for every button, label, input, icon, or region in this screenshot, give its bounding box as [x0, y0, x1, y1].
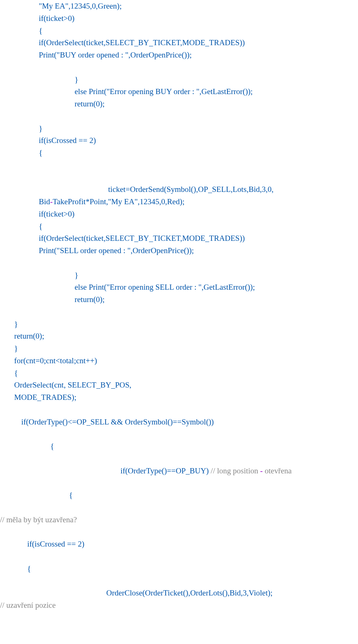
code-line: MODE_TRADES); [0, 391, 358, 404]
code-token [0, 258, 2, 267]
code-token: if(OrderType()<=OP_SELL && OrderSymbol()… [21, 417, 214, 426]
code-token: else Print("Error opening BUY order : ",… [75, 87, 253, 96]
code-token: { [69, 491, 73, 500]
code-line: } [0, 269, 358, 281]
code-document: "My EA",12345,0,Green);if(ticket>0){if(O… [0, 0, 358, 612]
code-token [0, 307, 2, 316]
code-line [0, 110, 358, 122]
code-token: TakeProfit*Point,"My EA",12345,0,Red); [53, 197, 184, 206]
code-line: { [0, 563, 358, 575]
code-line: if(ticket>0) [0, 12, 358, 25]
code-line: { [0, 147, 358, 159]
code-token: if(isCrossed == 2) [39, 136, 96, 145]
code-token: otevřena [265, 466, 292, 475]
code-line: if(OrderType()<=OP_SELL && OrderSymbol()… [0, 416, 358, 428]
code-line [0, 159, 358, 171]
code-line: } [0, 122, 358, 135]
code-line: if(isCrossed == 2) [0, 538, 358, 550]
code-token: if(isCrossed == 2) [27, 539, 84, 548]
code-line: return(0); [0, 98, 358, 110]
code-line: } [0, 74, 358, 86]
code-token [0, 405, 2, 414]
code-line: ticket=OrderSend(Symbol(),OP_SELL,Lots,B… [0, 183, 358, 196]
code-line [0, 306, 358, 318]
code-block: "My EA",12345,0,Green);if(ticket>0){if(O… [0, 0, 358, 612]
code-token: if(ticket>0) [39, 14, 75, 23]
code-token: if(ticket>0) [39, 209, 75, 218]
code-token: return(0); [14, 332, 44, 340]
code-token: if(OrderType()==OP_BUY) [120, 466, 209, 475]
code-token: } [14, 320, 18, 329]
code-token: { [27, 564, 31, 573]
code-token: // uzavření pozice [0, 601, 56, 610]
code-line: if(OrderSelect(ticket,SELECT_BY_TICKET,M… [0, 232, 358, 245]
code-token: // long position [209, 466, 260, 475]
code-token: "My EA",12345,0,Green); [39, 1, 122, 10]
code-token: { [14, 368, 18, 377]
code-line: else Print("Error opening BUY order : ",… [0, 85, 358, 98]
code-line [0, 428, 358, 440]
code-token: Print("BUY order opened : ",OrderOpenPri… [39, 50, 192, 59]
code-token [0, 478, 2, 487]
code-token [0, 527, 2, 536]
code-line: { [0, 440, 358, 452]
code-token [0, 63, 2, 72]
code-line [0, 61, 358, 74]
code-token: } [75, 75, 78, 84]
code-line [0, 171, 358, 184]
code-token [0, 173, 2, 182]
code-line: Bid-TakeProfit*Point,"My EA",12345,0,Red… [0, 196, 358, 208]
code-line [0, 501, 358, 514]
code-line: OrderSelect(cnt, SELECT_BY_POS, [0, 379, 358, 391]
code-line: if(OrderSelect(ticket,SELECT_BY_TICKET,M… [0, 37, 358, 49]
code-line [0, 526, 358, 538]
code-token [0, 503, 2, 512]
code-token: } [75, 271, 78, 280]
code-line: OrderClose(OrderTicket(),OrderLots(),Bid… [0, 587, 358, 599]
code-token [0, 454, 2, 463]
code-line: for(cnt=0;cnt<total;cnt++) [0, 355, 358, 367]
code-line [0, 477, 358, 489]
code-token [0, 429, 2, 438]
code-line: else Print("Error opening SELL order : "… [0, 281, 358, 293]
code-token: else Print("Error opening SELL order : "… [75, 283, 255, 292]
code-token: { [50, 442, 54, 451]
code-token [0, 552, 2, 561]
code-line: } [0, 342, 358, 355]
code-line [0, 550, 358, 563]
code-line [0, 257, 358, 269]
code-token: // měla by být uzavřena? [0, 515, 77, 524]
code-token: { [39, 222, 43, 231]
code-token: { [39, 148, 43, 157]
code-token: OrderClose(OrderTicket(),OrderLots(),Bid… [106, 588, 273, 597]
code-token [0, 576, 2, 585]
code-line [0, 575, 358, 587]
code-token: for(cnt=0;cnt<total;cnt++) [14, 356, 97, 365]
code-line: return(0); [0, 330, 358, 342]
code-line: } [0, 318, 358, 330]
code-line [0, 404, 358, 416]
code-token: } [39, 124, 43, 133]
code-token: return(0); [75, 99, 104, 108]
code-token: } [14, 344, 18, 353]
code-token: MODE_TRADES); [14, 393, 76, 402]
code-line: Print("BUY order opened : ",OrderOpenPri… [0, 49, 358, 61]
code-line: if(ticket>0) [0, 208, 358, 220]
code-line: // měla by být uzavřena? [0, 514, 358, 526]
code-line: { [0, 489, 358, 501]
code-line: { [0, 25, 358, 37]
code-token [0, 161, 2, 169]
code-token: ticket=OrderSend(Symbol(),OP_SELL,Lots,B… [108, 185, 273, 194]
code-token: Print("SELL order opened : ",OrderOpenPr… [39, 246, 194, 255]
code-token: - [260, 466, 265, 475]
code-token: OrderSelect(cnt, SELECT_BY_POS, [14, 380, 131, 389]
code-line: { [0, 367, 358, 379]
code-token: return(0); [75, 295, 104, 304]
code-line: // uzavření pozice [0, 599, 358, 612]
code-token: if(OrderSelect(ticket,SELECT_BY_TICKET,M… [39, 234, 245, 243]
code-line: "My EA",12345,0,Green); [0, 0, 358, 12]
code-line: { [0, 220, 358, 233]
code-line: Print("SELL order opened : ",OrderOpenPr… [0, 245, 358, 257]
code-line: if(isCrossed == 2) [0, 134, 358, 147]
code-token: { [39, 26, 43, 35]
